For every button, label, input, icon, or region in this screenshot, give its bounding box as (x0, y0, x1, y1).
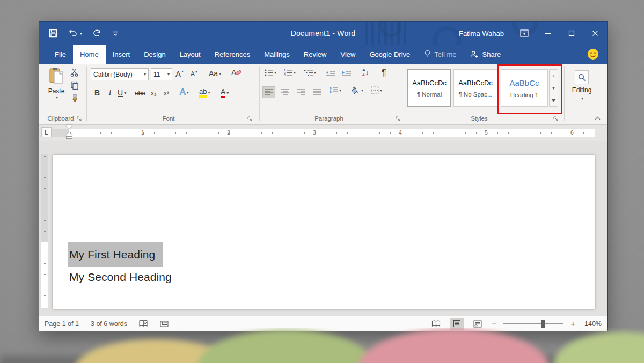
bullets-button[interactable]: ▾ (265, 69, 276, 76)
line-spacing-button[interactable]: ▾ (329, 86, 341, 94)
word-count-status[interactable]: 3 of 6 words (91, 320, 127, 328)
decrease-indent-button[interactable] (326, 69, 335, 76)
tab-home[interactable]: Home (73, 45, 106, 64)
paste-dropdown-arrow[interactable]: ▾ (56, 95, 58, 100)
borders-button[interactable]: ▾ (371, 86, 382, 94)
tab-stop-selector[interactable]: L (41, 127, 52, 137)
lightbulb-icon (424, 50, 431, 58)
horizontal-ruler[interactable]: 1 2 3 4 5 6 (52, 129, 595, 137)
change-case-button[interactable]: Aa▾ (209, 69, 221, 78)
paste-button[interactable]: Paste ▾ (45, 67, 68, 111)
bold-button[interactable]: B (93, 88, 101, 97)
align-center-button[interactable] (279, 86, 291, 98)
underline-button[interactable]: U▾ (118, 88, 126, 97)
tab-insert[interactable]: Insert (106, 45, 137, 64)
zoom-slider[interactable] (503, 323, 564, 324)
feedback-smiley-icon[interactable] (588, 49, 598, 60)
ribbon: Paste ▾ Clipboard Calibri (Body)▾ (39, 64, 607, 125)
format-painter-icon[interactable] (70, 94, 79, 102)
styles-scroll-down-icon[interactable]: ▼ (550, 82, 558, 94)
styles-scroll-up-icon[interactable]: ▲ (550, 70, 558, 82)
styles-group-label: Styles (415, 115, 544, 122)
font-name-combobox[interactable]: Calibri (Body)▾ (91, 68, 149, 80)
macaron-green-right (554, 332, 644, 363)
tab-file[interactable]: File (48, 45, 73, 64)
shading-button[interactable]: ▾ (350, 86, 363, 94)
proofing-check-icon[interactable] (139, 320, 148, 328)
text-effects-button[interactable]: A▾ (180, 87, 189, 97)
tab-layout[interactable]: Layout (173, 45, 208, 64)
styles-gallery-more-icon[interactable]: ▬▼ (550, 94, 558, 106)
document-area: My First Heading My Second Heading (39, 141, 607, 317)
find-magnifier-icon (575, 70, 589, 84)
font-color-button[interactable]: A▾ (221, 87, 229, 98)
ribbon-display-options-icon[interactable] (513, 22, 536, 45)
tab-review[interactable]: Review (297, 45, 334, 64)
left-indent-marker[interactable] (66, 136, 72, 139)
share-button[interactable]: Share (463, 45, 508, 64)
editing-group-button[interactable]: Editing ▾ (568, 70, 596, 101)
ruler-row: L 1 2 3 4 5 6 (39, 125, 607, 141)
first-line-indent-marker[interactable] (66, 125, 72, 129)
copy-icon[interactable] (70, 81, 79, 90)
strikethrough-button[interactable]: abc (135, 90, 145, 97)
tab-mailings[interactable]: Mailings (257, 45, 297, 64)
font-size-combobox[interactable]: 11▾ (151, 68, 172, 80)
style-normal[interactable]: AaBbCcDc ¶ Normal (407, 69, 451, 107)
document-page[interactable]: My First Heading My Second Heading (53, 155, 595, 309)
close-button[interactable] (583, 22, 607, 45)
paragraph-group-label: Paragraph (265, 115, 393, 122)
multilevel-list-button[interactable]: ▾ (304, 69, 316, 76)
numbering-button[interactable]: 123 ▾ (284, 69, 296, 76)
clipboard-group-label: Clipboard (43, 115, 85, 122)
show-paragraph-marks-button[interactable]: ¶ (382, 68, 386, 78)
macaron-green-left (197, 330, 375, 363)
minimize-button[interactable] (536, 22, 560, 45)
styles-gallery-scroll: ▲ ▼ ▬▼ (549, 69, 558, 107)
page-count-status[interactable]: Page 1 of 1 (45, 320, 79, 328)
shrink-font-button[interactable]: A▼ (191, 70, 198, 78)
font-group-label: Font (91, 115, 246, 122)
title-bar: ▾ Document1 - Word Fatima Wahab (39, 22, 607, 45)
collapse-ribbon-icon[interactable] (595, 116, 601, 120)
align-left-button[interactable] (262, 86, 275, 98)
zoom-percentage[interactable]: 140% (582, 320, 602, 328)
paste-clipboard-icon (49, 67, 64, 85)
zoom-slider-thumb[interactable] (541, 320, 545, 328)
sort-button[interactable]: AZ ↓ (362, 68, 369, 77)
styles-dialog-launcher-icon[interactable] (553, 116, 558, 121)
svg-text:3: 3 (284, 73, 286, 76)
cut-icon[interactable] (70, 68, 79, 77)
superscript-button[interactable]: x² (164, 90, 169, 97)
paragraph-dialog-launcher-icon[interactable] (396, 116, 400, 121)
justify-button[interactable] (311, 86, 324, 98)
hanging-indent-marker[interactable] (66, 132, 72, 136)
style-heading-1[interactable]: AaBbCc Heading 1 (501, 69, 548, 107)
tab-view[interactable]: View (333, 45, 362, 64)
clear-formatting-button[interactable]: A (231, 68, 241, 77)
subscript-button[interactable]: x₂ (151, 90, 157, 97)
tab-references[interactable]: References (208, 45, 257, 64)
share-person-icon (470, 50, 479, 58)
second-heading-text[interactable]: My Second Heading (69, 271, 172, 284)
tell-me-box[interactable]: Tell me (417, 45, 463, 64)
zoom-in-button[interactable]: + (570, 319, 575, 328)
macaron-pink (358, 329, 549, 363)
input-language-icon[interactable] (160, 320, 169, 328)
align-right-button[interactable] (295, 86, 308, 98)
account-user-name[interactable]: Fatima Wahab (459, 29, 504, 38)
tab-google-drive[interactable]: Google Drive (362, 45, 417, 64)
selected-heading-text[interactable]: My First Heading (68, 242, 163, 267)
increase-indent-button[interactable] (342, 69, 351, 76)
style-no-spacing[interactable]: AaBbCcDc ¶ No Spac... (453, 69, 497, 107)
grow-font-button[interactable]: A▲ (175, 69, 184, 78)
maximize-button[interactable] (560, 22, 583, 45)
ribbon-tab-row: File Home Insert Design Layout Reference… (39, 45, 607, 64)
italic-button[interactable]: I (107, 88, 113, 97)
font-dialog-launcher-icon[interactable] (247, 116, 252, 121)
tab-design[interactable]: Design (137, 45, 172, 64)
vertical-ruler[interactable] (41, 154, 48, 308)
text-highlight-button[interactable]: ab▾ (199, 87, 210, 98)
zoom-out-button[interactable]: − (492, 319, 496, 328)
clipboard-dialog-launcher-icon[interactable] (77, 116, 82, 121)
